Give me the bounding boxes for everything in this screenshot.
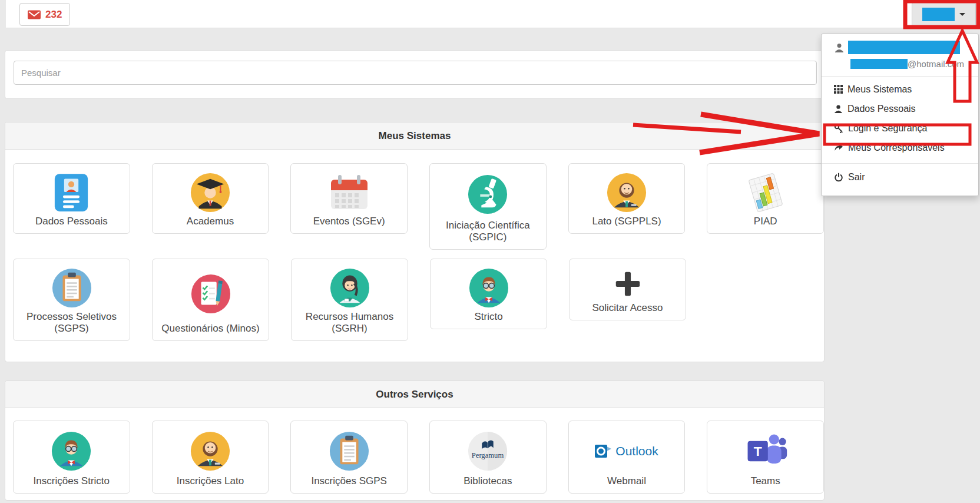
teams-logo-icon: T <box>742 427 789 475</box>
card-dados-pessoais[interactable]: Dados Pessoais <box>13 163 130 234</box>
pergamum-logo-icon: Pergamum <box>467 427 508 475</box>
servicos-row: Inscrições Stricto Inscrições Lato Inscr… <box>5 421 824 494</box>
nurse-icon <box>329 265 370 311</box>
menu-item-label: Meus Corresponsáveis <box>848 143 945 153</box>
card-inscricoes-lato[interactable]: Inscrições Lato <box>152 421 269 494</box>
share-arrow-icon <box>834 143 843 152</box>
card-iniciacao-cientifica[interactable]: Iniciação Científica (SGPIC) <box>429 163 547 250</box>
gantt-chart-icon <box>744 170 787 216</box>
card-label: Lato (SGPPLS) <box>576 216 677 228</box>
card-label: Iniciação Científica (SGPIC) <box>437 220 538 244</box>
calendar-icon <box>329 170 370 216</box>
card-inscricoes-stricto[interactable]: Inscrições Stricto <box>13 421 130 494</box>
email-domain: @hotmail.com <box>908 59 964 69</box>
email-redaction <box>850 59 908 69</box>
card-eventos[interactable]: Eventos (SGEv) <box>290 163 408 234</box>
card-label: Webmail <box>576 475 677 488</box>
graduate-icon <box>190 170 231 216</box>
card-label: Dados Pessoais <box>21 216 122 228</box>
card-stricto[interactable]: Stricto <box>430 259 547 329</box>
top-bar: 232 <box>6 0 980 28</box>
power-icon <box>834 173 843 182</box>
menu-item-meus-sistemas[interactable]: Meus Sistemas <box>822 80 978 99</box>
search-panel <box>5 50 825 99</box>
card-webmail[interactable]: Outlook Webmail <box>568 421 686 494</box>
svg-text:Pergamum: Pergamum <box>472 451 504 459</box>
card-label: Solicitar Acesso <box>577 302 678 315</box>
card-label: Eventos (SGEv) <box>299 216 400 228</box>
user-icon <box>834 42 845 53</box>
user-menu-button[interactable] <box>912 2 976 27</box>
key-icon <box>834 124 843 133</box>
card-label: Academus <box>160 216 261 228</box>
person-icon <box>834 104 843 114</box>
card-label: Bibliotecas <box>437 475 538 488</box>
card-recursos-humanos[interactable]: Recursos Humanos (SGRH) <box>291 259 408 341</box>
card-label: Inscrições Lato <box>160 475 261 488</box>
outlook-logo-icon: Outlook <box>595 427 658 475</box>
card-processos-seletivos[interactable]: Processos Seletivos (SGPS) <box>13 259 130 341</box>
envelope-icon <box>28 10 41 19</box>
menu-item-label: Sair <box>848 172 865 183</box>
sistemas-row-2: Processos Seletivos (SGPS) Questionários… <box>5 259 824 341</box>
username-redaction <box>922 8 955 21</box>
portal-page: 232 Meus Sistemas Dados Pessoais Academu… <box>0 0 980 503</box>
menu-item-label: Dados Pessoais <box>847 104 916 114</box>
card-label: PIAD <box>715 216 816 228</box>
card-questionarios[interactable]: Questionários (Minos) <box>152 259 269 341</box>
card-label: Inscrições SGPS <box>299 475 400 488</box>
card-solicitar-acesso[interactable]: Solicitar Acesso <box>569 259 686 320</box>
card-lato[interactable]: Lato (SGPPLS) <box>568 163 686 234</box>
clipboard-icon <box>51 265 92 311</box>
card-teams[interactable]: T Teams <box>707 421 824 494</box>
menu-item-dados-pessoais[interactable]: Dados Pessoais <box>822 99 978 118</box>
meus-sistemas-panel: Meus Sistemas Dados Pessoais Academus Ev… <box>5 122 825 362</box>
card-label: Questionários (Minos) <box>160 323 261 335</box>
menu-item-login-seguranca[interactable]: Login e Segurança <box>822 118 978 138</box>
id-card-icon <box>54 170 89 216</box>
grid-icon <box>834 85 843 94</box>
sistemas-row-1: Dados Pessoais Academus Eventos (SGEv) I… <box>5 163 824 250</box>
clipboard-icon <box>329 427 370 475</box>
card-label: Teams <box>715 475 816 488</box>
fullname-redaction <box>848 41 960 54</box>
professor-icon <box>51 427 92 475</box>
card-label: Inscrições Stricto <box>21 475 122 488</box>
card-academus[interactable]: Academus <box>152 163 269 234</box>
user-dropdown-menu: @hotmail.com Meus Sistemas Dados Pessoai… <box>821 34 979 196</box>
businessman-icon <box>190 427 231 475</box>
search-input[interactable] <box>14 61 817 85</box>
checklist-pencil-icon <box>190 265 231 323</box>
mail-count-badge: 232 <box>45 9 62 21</box>
menu-item-label: Meus Sistemas <box>847 84 912 95</box>
card-label: Recursos Humanos (SGRH) <box>299 311 400 335</box>
plus-icon <box>612 265 644 302</box>
card-piad[interactable]: PIAD <box>707 163 824 234</box>
menu-item-label: Login e Segurança <box>848 123 927 134</box>
section-title-outros-servicos: Outros Serviços <box>5 381 824 408</box>
menu-divider <box>822 76 978 77</box>
businessman-icon <box>606 170 647 216</box>
menu-divider <box>822 163 978 164</box>
card-label: Processos Seletivos (SGPS) <box>21 311 122 335</box>
outros-servicos-panel: Outros Serviços Inscrições Stricto Inscr… <box>5 380 825 501</box>
microscope-icon <box>467 170 508 220</box>
dropdown-user-block: @hotmail.com <box>822 34 978 69</box>
mail-button[interactable]: 232 <box>19 3 70 26</box>
card-label: Stricto <box>438 311 539 323</box>
menu-item-sair[interactable]: Sair <box>822 167 978 187</box>
menu-item-meus-corresponsaveis[interactable]: Meus Corresponsáveis <box>822 138 978 157</box>
professor-icon <box>468 265 509 311</box>
card-inscricoes-sgps[interactable]: Inscrições SGPS <box>290 421 408 494</box>
chevron-down-icon <box>959 13 965 16</box>
outlook-wordmark: Outlook <box>615 444 658 458</box>
card-bibliotecas[interactable]: Pergamum Bibliotecas <box>429 421 547 494</box>
section-title-meus-sistemas: Meus Sistemas <box>5 123 824 150</box>
svg-text:T: T <box>753 444 762 459</box>
